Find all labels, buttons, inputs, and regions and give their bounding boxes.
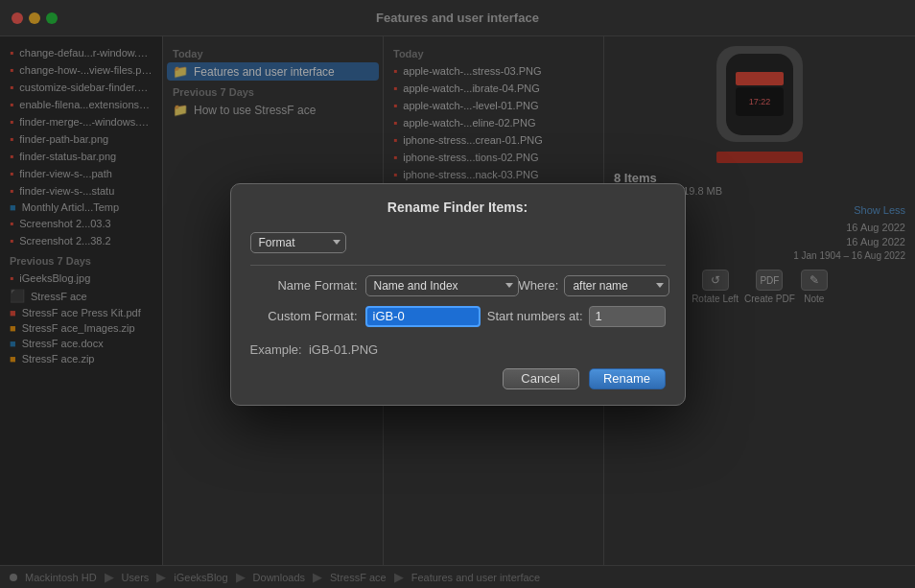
- dialog-body: Format Replace Text Add Text Name Format…: [231, 224, 685, 405]
- example-row: Example: iGB-01.PNG: [250, 337, 666, 368]
- divider: [250, 265, 666, 266]
- name-format-select[interactable]: Name and Index Name and Counter Name and…: [365, 275, 519, 296]
- where-label: Where:: [519, 278, 559, 293]
- start-numbers-input[interactable]: [589, 306, 666, 327]
- where-right: Where: after name before name: [519, 275, 670, 296]
- example-label: Example: iGB-01.PNG: [250, 342, 379, 357]
- format-row: Format Replace Text Add Text: [250, 232, 666, 253]
- format-select[interactable]: Format Replace Text Add Text: [250, 232, 346, 253]
- name-format-label: Name Format:: [250, 278, 365, 293]
- button-row: Cancel Rename: [250, 368, 666, 389]
- custom-format-row: Custom Format: Start numbers at:: [250, 306, 666, 327]
- custom-format-label: Custom Format:: [250, 309, 365, 323]
- start-numbers-label: Start numbers at:: [487, 309, 583, 323]
- cancel-button[interactable]: Cancel: [503, 368, 579, 389]
- name-format-row: Name Format: Name and Index Name and Cou…: [250, 275, 666, 296]
- custom-format-input[interactable]: [365, 306, 481, 327]
- custom-format-left: Custom Format:: [250, 306, 487, 327]
- dialog-title: Rename Finder Items:: [231, 184, 685, 224]
- rename-dialog: Rename Finder Items: Format Replace Text…: [230, 183, 686, 406]
- dialog-overlay: Rename Finder Items: Format Replace Text…: [0, 0, 915, 588]
- name-format-left: Name Format: Name and Index Name and Cou…: [250, 275, 519, 296]
- rename-button[interactable]: Rename: [589, 368, 666, 389]
- example-value: iGB-01.PNG: [309, 342, 378, 357]
- start-numbers-right: Start numbers at:: [487, 306, 666, 327]
- where-select[interactable]: after name before name: [564, 275, 669, 296]
